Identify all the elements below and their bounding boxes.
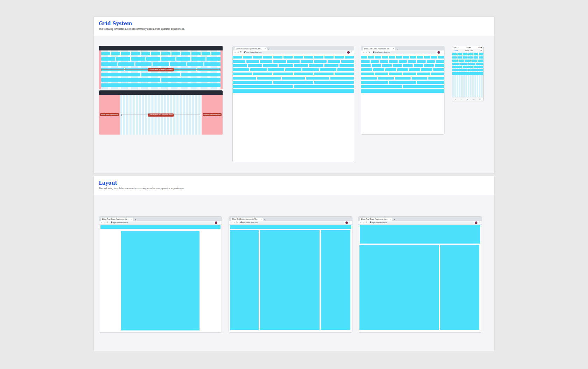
brick — [161, 78, 220, 82]
done-button[interactable]: Done — [454, 49, 458, 52]
brick — [101, 78, 160, 82]
profile-avatar[interactable] — [347, 51, 350, 54]
forward-icon[interactable]: → — [104, 221, 106, 224]
brick — [181, 52, 190, 55]
brick — [161, 57, 175, 61]
brick — [389, 56, 395, 59]
brick — [301, 60, 313, 63]
brick — [121, 52, 130, 55]
measure-line: Content area has fixed/max width — [121, 115, 200, 115]
browser-tab[interactable]: Zillow: Real Estate, Apartments, Mo... × — [360, 218, 392, 221]
brick-row — [361, 81, 444, 84]
hero-grid-body: Content area grows exponentially — [99, 50, 223, 89]
new-tab-icon[interactable]: + — [268, 48, 270, 50]
new-tab-icon[interactable]: + — [135, 218, 136, 221]
brick — [248, 64, 262, 67]
plus-icon[interactable]: + — [455, 98, 456, 101]
brick-row — [101, 57, 220, 61]
profile-avatar[interactable] — [438, 51, 440, 54]
brick — [397, 68, 408, 71]
back-icon[interactable]: ← — [363, 51, 365, 53]
brick-row — [101, 62, 220, 66]
address-bar[interactable]: https://www.zillow.com — [239, 221, 344, 224]
brick — [368, 56, 374, 59]
address-bar[interactable]: https://www.zillow.com — [371, 51, 436, 54]
url-text: https://www.zillow.com — [374, 52, 390, 53]
tab-close-icon[interactable]: × — [131, 218, 132, 220]
forward-icon[interactable]: → — [237, 51, 239, 53]
brick-row — [452, 69, 483, 71]
browser-tab[interactable]: Zillow: Real Estate, Apartments, Mo... × — [234, 47, 267, 50]
menu-icon[interactable]: ⋮ — [441, 51, 443, 53]
brick — [268, 68, 284, 71]
brick — [253, 56, 262, 59]
address-bar[interactable]: https://www.zillow.com — [369, 221, 474, 224]
url-text: https://www.zillow.com — [372, 222, 387, 224]
brick — [243, 56, 252, 59]
refresh-icon[interactable]: ↻ — [236, 221, 238, 224]
back-icon[interactable]: ← — [101, 221, 103, 224]
profile-avatar[interactable] — [215, 221, 217, 224]
browser-tab[interactable]: Zillow: Real Estate, Apartments, Mo... × — [231, 218, 263, 221]
forward-icon[interactable]: → — [366, 51, 368, 53]
browser-tab[interactable]: Zillow: Real Estate, Apartments, Mo... × — [363, 47, 395, 50]
new-tab-icon[interactable]: + — [397, 48, 398, 50]
trash-icon[interactable]: ☒ — [479, 98, 481, 101]
brick-row — [233, 73, 354, 75]
tab-close-icon[interactable]: × — [393, 48, 394, 50]
brick — [294, 64, 308, 67]
brick-row — [233, 60, 354, 63]
brick — [273, 56, 282, 59]
brick — [361, 64, 371, 67]
brick — [302, 68, 319, 71]
brick-row — [233, 68, 354, 71]
refresh-icon[interactable]: ↻ — [240, 51, 242, 53]
brick — [452, 53, 457, 55]
brick — [294, 85, 354, 88]
forward-icon[interactable]: → — [363, 221, 365, 224]
menu-icon[interactable]: ⋮ — [218, 221, 220, 224]
profile-avatar[interactable] — [345, 221, 348, 224]
brick — [452, 69, 468, 71]
refresh-icon[interactable]: ↻ — [107, 221, 108, 224]
brick — [375, 56, 381, 59]
browser-toolbar: ← → ↻ https://www.zillow.com ⋮ — [233, 50, 354, 54]
refresh-icon[interactable]: ↻ — [366, 221, 368, 224]
profile-avatar[interactable] — [475, 221, 477, 224]
compose-icon[interactable]: ✎ — [467, 98, 468, 101]
share-icon[interactable]: ⇧ — [460, 98, 462, 101]
back-icon[interactable]: ← — [230, 221, 232, 224]
fixed-width-wireframe: Content area has fixed/max width Margin … — [99, 90, 223, 135]
menu-icon[interactable]: ⋮ — [351, 51, 353, 53]
refresh-icon[interactable]: ⟳ — [481, 49, 482, 52]
address-bar[interactable]: https://www.zillow.com — [110, 221, 214, 224]
back-icon[interactable]: ← — [360, 221, 362, 224]
brick — [385, 68, 396, 71]
brick — [375, 73, 388, 75]
layout-content — [229, 225, 352, 332]
brick — [141, 73, 181, 76]
wireframe-navbar — [99, 90, 223, 95]
forward-icon[interactable]: → — [233, 221, 236, 224]
menu-icon[interactable]: ⋮ — [478, 221, 481, 224]
brick — [263, 64, 278, 67]
brick — [345, 56, 354, 59]
new-tab-icon[interactable]: + — [264, 218, 266, 221]
brick — [273, 60, 286, 63]
tab-close-icon[interactable]: × — [261, 218, 262, 220]
refresh-icon[interactable]: ↻ — [369, 51, 370, 53]
tab-close-icon[interactable]: × — [265, 48, 266, 50]
back-icon[interactable]: ← — [234, 51, 236, 53]
lock-icon — [373, 52, 374, 53]
menu-icon[interactable]: ⋮ — [349, 221, 351, 224]
tabs-icon[interactable]: ▭ — [472, 98, 475, 101]
address-bar[interactable]: https://www.zillow.com — [243, 51, 346, 54]
brick — [101, 73, 140, 76]
right-sidebar-block — [440, 245, 479, 330]
browser-tab[interactable]: Zillow: Real Estate, Apartments, Mo... × — [101, 218, 133, 221]
new-tab-icon[interactable]: + — [394, 218, 395, 221]
tab-close-icon[interactable]: × — [390, 218, 391, 220]
brick — [284, 56, 293, 59]
brick — [417, 60, 426, 63]
mobile-grid-content — [452, 52, 483, 97]
